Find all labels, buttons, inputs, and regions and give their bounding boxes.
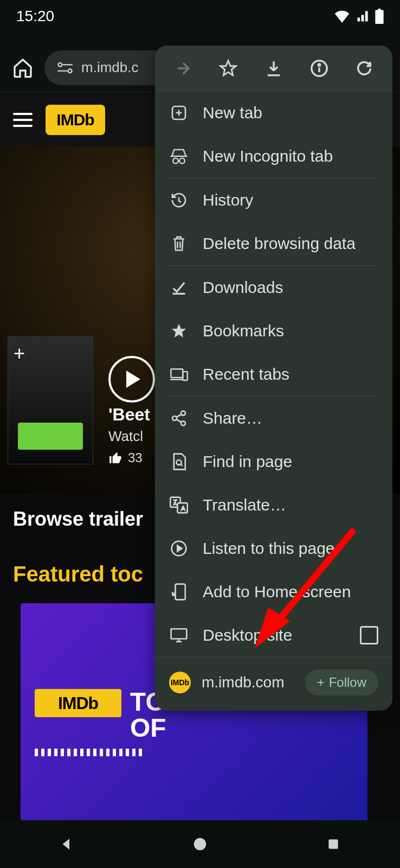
svg-point-24 (181, 411, 185, 416)
reload-button[interactable] (349, 53, 380, 84)
svg-rect-35 (171, 629, 187, 639)
star-icon (219, 59, 237, 78)
menu-find-in-page[interactable]: Find in page (155, 440, 392, 483)
menu-desktop-site[interactable]: Desktop site (155, 614, 392, 657)
play-button[interactable] (108, 356, 155, 403)
new-tab-icon (170, 104, 188, 122)
site-host: m.imdb.com (202, 674, 284, 691)
svg-point-12 (318, 63, 320, 65)
battery-icon (375, 9, 384, 24)
menu-label: Desktop site (203, 626, 292, 644)
menu-add-to-home[interactable]: Add to Home screen (155, 570, 392, 614)
menu-label: Delete browsing data (203, 234, 356, 253)
menu-label: Translate… (203, 496, 286, 514)
likes-count: 33 (128, 450, 143, 465)
add-to-watchlist-icon[interactable]: + (14, 342, 25, 365)
hero-text: 'Beet Watcl (108, 405, 150, 445)
incognito-icon (170, 148, 188, 164)
follow-button[interactable]: + Follow (305, 669, 378, 695)
menu-share[interactable]: Share… (155, 397, 392, 440)
recents-button[interactable] (317, 828, 350, 860)
star-filled-icon (170, 322, 188, 340)
svg-rect-23 (183, 372, 188, 380)
menu-label: Recent tabs (203, 365, 289, 384)
menu-label: Find in page (203, 452, 292, 471)
add-to-home-icon (171, 583, 187, 601)
poster-art (18, 423, 83, 450)
follow-label: Follow (329, 675, 366, 690)
hero-subtitle: Watcl (108, 428, 150, 445)
menu-translate[interactable]: Translate… (155, 483, 392, 527)
svg-rect-21 (171, 369, 183, 378)
menu-listen[interactable]: Listen to this page (155, 527, 392, 570)
circle-icon (192, 836, 208, 852)
reload-icon (355, 59, 373, 78)
plus-icon: + (317, 675, 325, 690)
svg-point-17 (179, 158, 185, 164)
svg-point-25 (172, 416, 177, 420)
menu-button[interactable] (13, 113, 33, 127)
menu-recent-tabs[interactable]: Recent tabs (155, 353, 392, 396)
desktop-site-checkbox[interactable] (360, 626, 378, 644)
svg-point-26 (181, 421, 185, 425)
poster-thumbnail[interactable]: + (8, 336, 93, 464)
hero-title: 'Beet (108, 405, 150, 425)
menu-label: Downloads (203, 278, 283, 297)
history-icon (170, 192, 188, 209)
signal-icon (356, 10, 370, 23)
play-icon (126, 371, 140, 388)
menu-label: Listen to this page (203, 539, 335, 558)
clock: 15:20 (16, 8, 54, 25)
find-in-page-icon (171, 452, 187, 471)
home-button[interactable] (11, 56, 35, 80)
thumbs-up-icon (108, 451, 122, 465)
download-button[interactable] (258, 53, 289, 84)
menu-downloads[interactable]: Downloads (155, 266, 392, 309)
menu-label: New Incognito tab (203, 147, 333, 165)
forward-button[interactable] (167, 53, 199, 84)
devices-icon (170, 367, 188, 382)
menu-site-row[interactable]: IMDb m.imdb.com + Follow (155, 657, 392, 711)
system-nav-bar (0, 820, 400, 868)
status-icons (334, 9, 384, 24)
url-text: m.imdb.c (81, 59, 138, 76)
menu-top-row (155, 46, 392, 91)
browser-overflow-menu: New tab New Incognito tab History Delete… (155, 46, 392, 711)
forward-icon (174, 59, 192, 78)
svg-point-0 (58, 62, 62, 66)
download-icon (264, 59, 283, 78)
page-info-button[interactable] (304, 53, 335, 84)
site-settings-icon (56, 61, 74, 74)
play-circle-icon (170, 540, 188, 557)
status-bar: 15:20 (0, 0, 400, 33)
svg-point-40 (194, 838, 207, 851)
menu-delete-browsing-data[interactable]: Delete browsing data (155, 222, 392, 265)
home-nav-button[interactable] (184, 828, 216, 860)
imdb-logo[interactable]: IMDb (46, 105, 105, 135)
square-icon (326, 837, 340, 851)
bookmark-button[interactable] (212, 53, 244, 84)
card-of-text: OF (130, 715, 183, 741)
translate-icon (170, 496, 188, 514)
share-icon (170, 410, 188, 427)
menu-bookmarks[interactable]: Bookmarks (155, 309, 392, 353)
back-button[interactable] (50, 828, 83, 860)
card-logo: IMDb (35, 689, 121, 717)
check-underline-icon (170, 280, 188, 295)
back-icon (59, 836, 75, 852)
svg-line-27 (176, 414, 181, 417)
menu-label: New tab (203, 104, 262, 122)
menu-label: History (203, 191, 253, 209)
card-decoration (35, 749, 143, 756)
svg-rect-41 (328, 839, 338, 848)
menu-new-tab[interactable]: New tab (155, 91, 392, 135)
home-icon (12, 57, 34, 79)
menu-history[interactable]: History (155, 178, 392, 222)
svg-line-28 (176, 419, 181, 422)
menu-label: Share… (203, 409, 262, 427)
menu-label: Add to Home screen (203, 583, 351, 601)
hero-likes[interactable]: 33 (108, 450, 143, 465)
menu-label: Bookmarks (203, 322, 284, 340)
trash-icon (171, 235, 187, 252)
menu-new-incognito[interactable]: New Incognito tab (155, 135, 392, 178)
